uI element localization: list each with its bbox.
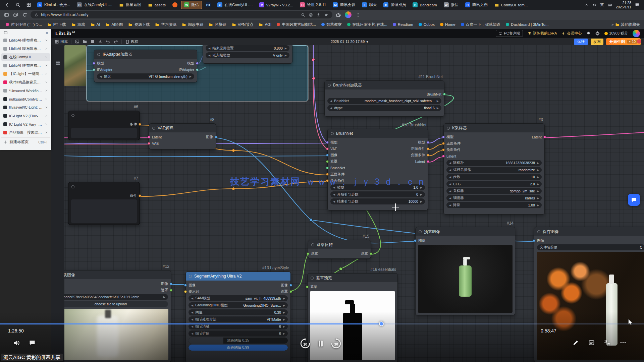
input-port[interactable]: 提示词: [186, 288, 199, 295]
input-port[interactable]: 遮罩: [308, 284, 317, 290]
node-widget[interactable]: ◀降噪1.00▶: [446, 202, 542, 208]
train-lora-button[interactable]: 训练我的LoRA: [528, 31, 557, 36]
gallery-button[interactable]: 图库: [55, 39, 68, 44]
output-port[interactable]: BrushNet: [427, 91, 443, 97]
close-tab-icon[interactable]: [45, 72, 48, 75]
taskbar-item[interactable]: Vv2rayN - V3.2...: [256, 1, 296, 9]
bookmark-item[interactable]: AGI: [256, 21, 274, 28]
vertical-tab[interactable]: IC-Light V2-Vary - lllya...: [1, 120, 50, 128]
save-icon[interactable]: [90, 39, 95, 44]
run-button[interactable]: 运行: [574, 39, 588, 45]
download-icon[interactable]: [316, 13, 321, 17]
bookmark-item[interactable]: Home: [438, 21, 458, 27]
settings-icon[interactable]: [595, 31, 600, 36]
taskbar-item[interactable]: BBandicam: [410, 1, 440, 9]
canvas-node[interactable]: IPAdapter加载器模型IPAdapter模型IPAdapter◀预设VIT…: [94, 50, 197, 82]
combo-right-arrow[interactable]: ▶: [537, 183, 539, 186]
output-port[interactable]: 遮罩: [161, 287, 170, 293]
taskbar-item[interactable]: W微信: [441, 1, 462, 9]
combo-right-arrow[interactable]: ▶: [283, 332, 285, 335]
node-widget[interactable]: ◀采样器dpmpp_2m_sde▶: [446, 188, 542, 194]
taskbar-item[interactable]: L聊天: [359, 1, 380, 9]
output-port[interactable]: 条件: [130, 121, 139, 127]
combo-right-arrow[interactable]: ▶: [283, 297, 285, 300]
canvas-node[interactable]: #13 LayerStyleSegmentAnything Ultra V2图像…: [185, 272, 291, 362]
bookmark-item[interactable]: Cubox: [416, 21, 437, 27]
vertical-tab[interactable]: LiblibAI-哩布哩布AI - 哩: [1, 36, 50, 45]
output-port[interactable]: 图像: [206, 134, 215, 140]
output-port[interactable]: IPAdapter: [179, 66, 196, 73]
other-bookmarks-button[interactable]: » 其他收藏夹: [610, 20, 641, 29]
collapse-icon[interactable]: [71, 185, 74, 188]
node-widget[interactable]: ◀dtypefloat16▶: [327, 105, 441, 111]
collapse-sidebar-icon[interactable]: «: [46, 30, 48, 35]
combo-right-arrow[interactable]: ▶: [537, 169, 539, 172]
output-port[interactable]: 模型: [187, 60, 196, 66]
collapse-icon[interactable]: [328, 84, 331, 87]
combo-right-arrow[interactable]: ▶: [163, 296, 165, 299]
canvas-node[interactable]: #15遮罩反转遮罩遮罩: [308, 240, 371, 259]
combo-left-arrow[interactable]: ◀: [449, 169, 451, 172]
panel-icon[interactable]: [4, 12, 9, 17]
smiley-icon[interactable]: [309, 13, 313, 17]
input-port[interactable]: 模型: [95, 60, 104, 66]
vertical-tab[interactable]: nullquant/ComfyUI-Bru...: [1, 95, 50, 103]
notifications-icon[interactable]: [635, 3, 639, 7]
address-bar[interactable]: https://www.liblib.art/comfy: [31, 11, 332, 18]
pc-client-button[interactable]: PC客户端: [496, 30, 523, 37]
keyboard-icon[interactable]: [607, 3, 612, 7]
bookmark-item[interactable]: 区块链: [206, 21, 229, 28]
output-port[interactable]: 遮罩: [281, 288, 290, 295]
node-title-bar[interactable]: 遮罩反转: [308, 240, 371, 249]
menu-icon[interactable]: [356, 12, 361, 17]
bookmark-item[interactable]: 时明明得 ( '- ')つ...: [3, 21, 44, 28]
combo-right-arrow[interactable]: ▶: [283, 304, 285, 307]
node-title-bar[interactable]: 加载图像: [64, 270, 171, 279]
annotate-button[interactable]: [572, 339, 579, 346]
node-widget[interactable]: 4d4caddc857bec6a05b546ceebacfe6f015a16f1…: [64, 294, 168, 300]
node-title-bar[interactable]: 保存图像: [534, 227, 644, 236]
taskbar-item[interactable]: H绘世 2.8.11: [297, 1, 329, 9]
close-tab-icon[interactable]: [45, 64, 48, 67]
input-port[interactable]: 正面条件: [444, 140, 461, 146]
chat-toggle-button[interactable]: [29, 340, 36, 346]
node-title-bar[interactable]: BrushNet加载器: [325, 81, 444, 89]
collapse-icon[interactable]: [311, 243, 314, 246]
input-port[interactable]: VAE: [150, 140, 159, 146]
combo-right-arrow[interactable]: ▶: [283, 318, 285, 321]
bookmark-item[interactable]: PT下载: [45, 21, 68, 28]
node-widget[interactable]: 白色阈值 0.99: [189, 345, 288, 351]
node-widget[interactable]: ◀细节处理方法VITMatte▶: [189, 316, 288, 322]
undo-icon[interactable]: [106, 39, 110, 44]
text-widget[interactable]: [71, 128, 137, 138]
hidden-icons-chevron[interactable]: [584, 3, 588, 7]
vertical-tab[interactable]: 【IC-light】一键商品换...: [1, 70, 50, 78]
combo-left-arrow[interactable]: ◀: [191, 297, 193, 300]
input-port[interactable]: 图像: [186, 282, 196, 288]
output-port[interactable]: 图像: [281, 282, 290, 288]
forward-30-button[interactable]: 30: [330, 338, 342, 349]
combo-left-arrow[interactable]: ◀: [449, 176, 451, 179]
input-port[interactable]: Latent: [444, 153, 456, 159]
taskbar-item[interactable]: 批量返图: [116, 1, 144, 9]
close-tab-icon[interactable]: [45, 106, 48, 109]
tabs-panel-icon[interactable]: [3, 31, 8, 35]
input-language-indicator[interactable]: 英: [600, 2, 604, 7]
combo-right-arrow[interactable]: ▶: [537, 190, 539, 193]
member-center-button[interactable]: 会员中心: [561, 31, 582, 36]
tabs-icon[interactable]: [13, 12, 18, 17]
bookmark-item[interactable]: AI绘图: [103, 21, 125, 28]
taskbar-item[interactable]: G管理成员: [380, 1, 409, 9]
combo-left-arrow[interactable]: ◀: [333, 200, 335, 203]
taskbar-clock[interactable]: 21:28 2025/1/11: [616, 1, 631, 9]
user-avatar[interactable]: [633, 30, 640, 37]
search-icon[interactable]: [301, 13, 305, 17]
node-widget[interactable]: ◀BrushNetrandom_mask_brushnet_ckpt_sdxl.…: [327, 98, 441, 104]
node-widget[interactable]: ◀SAM模型sam_vit_h_4b8939.pth▶: [189, 295, 288, 301]
combo-left-arrow[interactable]: ◀: [449, 183, 451, 186]
node-widget[interactable]: ◀阈值0.30▶: [189, 309, 288, 315]
input-port[interactable]: 图像: [416, 237, 425, 244]
bookmark-item[interactable]: 游戏: [69, 21, 88, 28]
output-port[interactable]: 模型: [418, 139, 427, 145]
node-title-bar[interactable]: IPAdapter加载器: [94, 50, 197, 59]
